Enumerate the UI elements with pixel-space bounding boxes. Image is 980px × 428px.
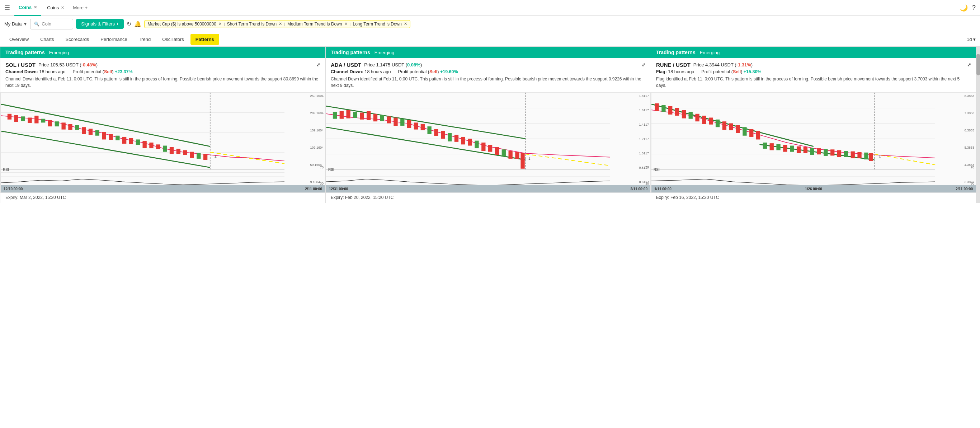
expand-icon-ada[interactable]: ⤢ <box>642 62 646 67</box>
tab-trend[interactable]: Trend <box>134 34 156 45</box>
filter-tag-text: Short Term Trend is Down <box>227 22 277 27</box>
filter-tag-remove-2[interactable]: ✕ <box>279 22 282 26</box>
svg-rect-0 <box>1 93 325 192</box>
tab-patterns[interactable]: Patterns <box>191 34 219 45</box>
svg-rect-69 <box>441 131 445 139</box>
svg-rect-55 <box>347 110 350 118</box>
tab-close-icon-2[interactable]: ✕ <box>61 5 64 10</box>
filter-tag-remove-4[interactable]: ✕ <box>404 22 407 26</box>
svg-rect-26 <box>116 136 119 141</box>
tab-performance[interactable]: Performance <box>95 34 132 45</box>
svg-rect-60 <box>380 115 384 121</box>
expand-icon-rune[interactable]: ⤢ <box>967 62 971 67</box>
tab-close-icon[interactable]: ✕ <box>34 5 37 10</box>
svg-rect-22 <box>89 129 92 135</box>
svg-rect-27 <box>123 137 126 144</box>
rsi-levels-ada: 70 30 <box>645 166 649 185</box>
hamburger-icon[interactable]: ☰ <box>4 4 10 12</box>
coin-price-sol: Price 105.53 USDT (-0.48%) <box>38 62 97 67</box>
filter-tag-text: Medium Term Trend is Down <box>287 22 342 27</box>
tab-scorecards[interactable]: Scorecards <box>60 34 94 45</box>
svg-rect-85 <box>651 93 976 192</box>
card-ada: Trading patterns Emerging ADA / USDT Pri… <box>326 47 651 203</box>
svg-rect-111 <box>763 142 767 149</box>
emerging-label-2: Emerging <box>374 50 395 55</box>
svg-rect-116 <box>797 147 801 153</box>
tab-charts[interactable]: Charts <box>35 34 59 45</box>
svg-rect-101 <box>695 114 699 121</box>
svg-rect-121 <box>830 149 834 155</box>
filters-bar: My Data ▼ 🔍 Signals & Filters + ↻ 🔔 Mark… <box>0 16 980 32</box>
search-input[interactable] <box>41 21 70 27</box>
timeframe-selector[interactable]: 1d ▾ <box>967 37 976 42</box>
svg-rect-39 <box>204 154 207 160</box>
svg-rect-34 <box>170 147 173 154</box>
expand-icon-sol[interactable]: ⤢ <box>317 62 320 67</box>
chart-svg-ada: ↓ <box>326 93 650 192</box>
svg-rect-31 <box>149 142 153 148</box>
svg-rect-123 <box>844 151 848 157</box>
topbar-right: 🌙 ? <box>960 4 976 12</box>
svg-rect-59 <box>374 114 377 121</box>
rsi-levels-rune: 70 30 <box>970 166 974 185</box>
bell-icon[interactable]: 🔔 <box>134 21 142 27</box>
svg-rect-30 <box>143 141 147 148</box>
expiry-ada: Expiry: Feb 20, 2022, 15:20 UTC <box>326 193 651 203</box>
card-body-sol: SOL / USDT Price 105.53 USDT (-0.48%) ⤢ … <box>0 58 325 92</box>
svg-rect-61 <box>387 117 391 123</box>
filter-tag-text: Long Term Trend is Down <box>353 22 402 27</box>
more-tabs-button[interactable]: More + <box>70 3 91 13</box>
chart-area-rune: ↓ RSI 8.3853 7.3853 6.3853 5.3853 4.3853… <box>651 92 976 193</box>
coin-title-sol: SOL / USDT Price 105.53 USDT (-0.48%) ⤢ <box>5 62 320 68</box>
svg-rect-112 <box>770 143 774 150</box>
svg-rect-14 <box>35 116 38 123</box>
scrollbar[interactable] <box>977 47 980 203</box>
svg-rect-120 <box>824 149 827 156</box>
svg-rect-81 <box>520 153 525 169</box>
timeframe-label: 1d ▾ <box>967 37 976 42</box>
card-body-ada: ADA / USDT Price 1.1475 USDT (0.08%) ⤢ C… <box>326 58 651 92</box>
rsi-levels-sol: 70 30 <box>320 166 323 185</box>
coin-pair-ada: ADA / USDT <box>331 62 361 68</box>
svg-rect-66 <box>421 124 425 130</box>
svg-rect-23 <box>95 130 99 136</box>
filter-tag-short-term: Short Term Trend is Down ✕ <box>227 22 282 27</box>
filter-tag-remove-3[interactable]: ✕ <box>344 22 348 26</box>
svg-rect-80 <box>515 152 519 159</box>
chart-area-ada: ↓ RSI 1.8117 1.6117 1.4117 1.2117 1.0117… <box>326 92 651 193</box>
emerging-label-3: Emerging <box>700 50 720 55</box>
profit-action-sol: Sell <box>104 69 112 74</box>
svg-rect-105 <box>722 121 726 130</box>
svg-rect-100 <box>689 112 693 118</box>
filter-tag-medium-term: Medium Term Trend is Down ✕ <box>287 22 348 27</box>
signals-filters-button[interactable]: Signals & Filters + <box>76 19 124 29</box>
tab-oscillators[interactable]: Oscillators <box>157 34 189 45</box>
rsi-label-sol: RSI <box>3 168 9 172</box>
svg-rect-19 <box>68 124 72 130</box>
tab-coins-2[interactable]: Coins ✕ <box>43 0 68 16</box>
pattern-name-rune: Flag: <box>656 69 667 74</box>
help-icon[interactable]: ? <box>972 4 976 11</box>
svg-rect-77 <box>495 147 499 155</box>
dark-mode-icon[interactable]: 🌙 <box>960 4 968 12</box>
svg-rect-124 <box>851 152 855 158</box>
svg-rect-28 <box>129 138 133 144</box>
svg-rect-104 <box>716 120 719 127</box>
tab-overview[interactable]: Overview <box>4 34 34 45</box>
scrollbar-thumb[interactable] <box>977 54 980 75</box>
search-box[interactable]: 🔍 <box>30 19 73 29</box>
pattern-time-sol: 18 hours ago <box>39 69 65 74</box>
svg-rect-16 <box>48 120 52 126</box>
svg-rect-67 <box>428 126 431 134</box>
my-data-button[interactable]: My Data ▼ <box>4 21 27 27</box>
svg-rect-21 <box>82 127 86 134</box>
svg-rect-32 <box>156 144 160 149</box>
refresh-icon[interactable]: ↻ <box>127 21 131 27</box>
svg-rect-63 <box>400 119 404 126</box>
filter-tag-remove[interactable]: ✕ <box>218 22 222 26</box>
profit-value-rune: +15.80% <box>744 69 762 74</box>
tab-coins-1[interactable]: Coins ✕ <box>14 0 41 16</box>
svg-rect-54 <box>340 111 344 118</box>
svg-text:↓: ↓ <box>878 154 882 159</box>
coin-price-ada: Price 1.1475 USDT (0.08%) <box>364 62 422 67</box>
